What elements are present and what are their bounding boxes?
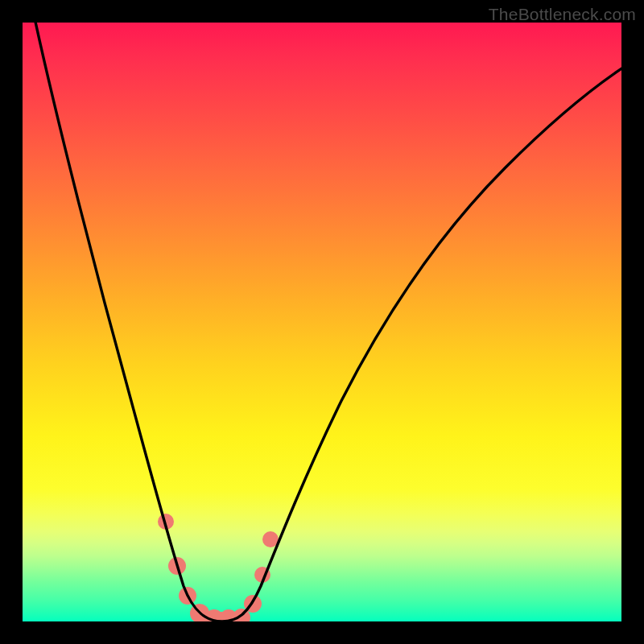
curve-layer [23, 23, 621, 621]
bottleneck-curve-path [34, 23, 621, 621]
valley-markers [158, 514, 279, 621]
chart-frame: TheBottleneck.com [0, 0, 644, 644]
watermark-label: TheBottleneck.com [489, 5, 636, 24]
plot-area [23, 23, 621, 621]
